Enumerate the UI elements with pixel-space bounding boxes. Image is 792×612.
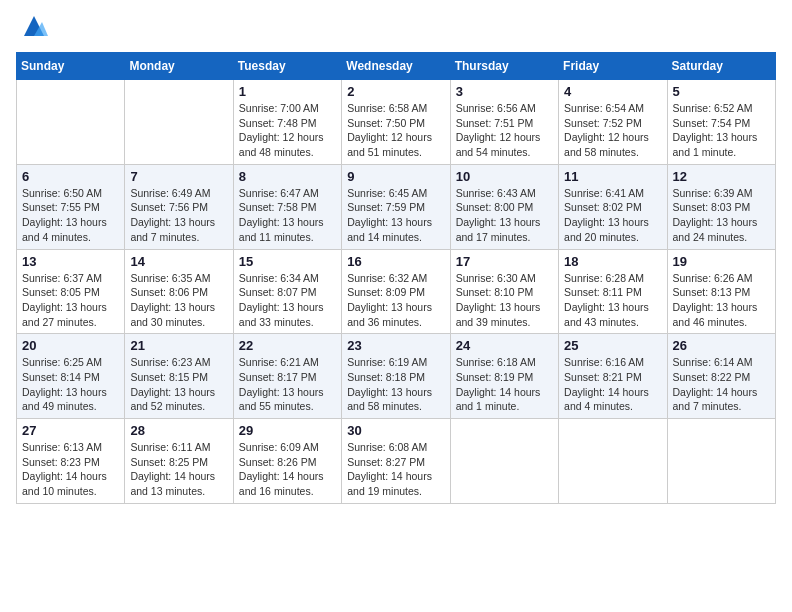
calendar-cell: 21Sunrise: 6:23 AM Sunset: 8:15 PM Dayli… bbox=[125, 334, 233, 419]
calendar-cell bbox=[17, 80, 125, 165]
day-info: Sunrise: 6:14 AM Sunset: 8:22 PM Dayligh… bbox=[673, 355, 770, 414]
day-number: 13 bbox=[22, 254, 119, 269]
calendar-week-2: 6Sunrise: 6:50 AM Sunset: 7:55 PM Daylig… bbox=[17, 164, 776, 249]
day-number: 8 bbox=[239, 169, 336, 184]
day-number: 21 bbox=[130, 338, 227, 353]
page-header bbox=[16, 16, 776, 40]
day-info: Sunrise: 6:08 AM Sunset: 8:27 PM Dayligh… bbox=[347, 440, 444, 499]
day-info: Sunrise: 6:58 AM Sunset: 7:50 PM Dayligh… bbox=[347, 101, 444, 160]
day-number: 1 bbox=[239, 84, 336, 99]
day-info: Sunrise: 6:25 AM Sunset: 8:14 PM Dayligh… bbox=[22, 355, 119, 414]
calendar-cell: 26Sunrise: 6:14 AM Sunset: 8:22 PM Dayli… bbox=[667, 334, 775, 419]
day-number: 14 bbox=[130, 254, 227, 269]
calendar-cell: 13Sunrise: 6:37 AM Sunset: 8:05 PM Dayli… bbox=[17, 249, 125, 334]
calendar-cell: 18Sunrise: 6:28 AM Sunset: 8:11 PM Dayli… bbox=[559, 249, 667, 334]
calendar-cell: 6Sunrise: 6:50 AM Sunset: 7:55 PM Daylig… bbox=[17, 164, 125, 249]
day-number: 26 bbox=[673, 338, 770, 353]
day-number: 5 bbox=[673, 84, 770, 99]
day-info: Sunrise: 6:32 AM Sunset: 8:09 PM Dayligh… bbox=[347, 271, 444, 330]
day-info: Sunrise: 6:39 AM Sunset: 8:03 PM Dayligh… bbox=[673, 186, 770, 245]
day-number: 4 bbox=[564, 84, 661, 99]
weekday-header-thursday: Thursday bbox=[450, 53, 558, 80]
calendar-week-3: 13Sunrise: 6:37 AM Sunset: 8:05 PM Dayli… bbox=[17, 249, 776, 334]
day-number: 9 bbox=[347, 169, 444, 184]
calendar-cell: 30Sunrise: 6:08 AM Sunset: 8:27 PM Dayli… bbox=[342, 419, 450, 504]
calendar-cell: 29Sunrise: 6:09 AM Sunset: 8:26 PM Dayli… bbox=[233, 419, 341, 504]
calendar-cell: 24Sunrise: 6:18 AM Sunset: 8:19 PM Dayli… bbox=[450, 334, 558, 419]
calendar-cell: 19Sunrise: 6:26 AM Sunset: 8:13 PM Dayli… bbox=[667, 249, 775, 334]
day-info: Sunrise: 6:21 AM Sunset: 8:17 PM Dayligh… bbox=[239, 355, 336, 414]
calendar-table: SundayMondayTuesdayWednesdayThursdayFrid… bbox=[16, 52, 776, 504]
calendar-cell: 5Sunrise: 6:52 AM Sunset: 7:54 PM Daylig… bbox=[667, 80, 775, 165]
calendar-cell bbox=[125, 80, 233, 165]
day-info: Sunrise: 6:28 AM Sunset: 8:11 PM Dayligh… bbox=[564, 271, 661, 330]
calendar-cell: 14Sunrise: 6:35 AM Sunset: 8:06 PM Dayli… bbox=[125, 249, 233, 334]
day-info: Sunrise: 6:23 AM Sunset: 8:15 PM Dayligh… bbox=[130, 355, 227, 414]
calendar-cell: 15Sunrise: 6:34 AM Sunset: 8:07 PM Dayli… bbox=[233, 249, 341, 334]
calendar-cell: 28Sunrise: 6:11 AM Sunset: 8:25 PM Dayli… bbox=[125, 419, 233, 504]
day-number: 29 bbox=[239, 423, 336, 438]
day-info: Sunrise: 6:43 AM Sunset: 8:00 PM Dayligh… bbox=[456, 186, 553, 245]
day-info: Sunrise: 6:56 AM Sunset: 7:51 PM Dayligh… bbox=[456, 101, 553, 160]
day-number: 19 bbox=[673, 254, 770, 269]
day-info: Sunrise: 6:35 AM Sunset: 8:06 PM Dayligh… bbox=[130, 271, 227, 330]
day-info: Sunrise: 6:50 AM Sunset: 7:55 PM Dayligh… bbox=[22, 186, 119, 245]
day-info: Sunrise: 6:09 AM Sunset: 8:26 PM Dayligh… bbox=[239, 440, 336, 499]
calendar-cell: 25Sunrise: 6:16 AM Sunset: 8:21 PM Dayli… bbox=[559, 334, 667, 419]
day-number: 30 bbox=[347, 423, 444, 438]
day-number: 22 bbox=[239, 338, 336, 353]
calendar-cell: 16Sunrise: 6:32 AM Sunset: 8:09 PM Dayli… bbox=[342, 249, 450, 334]
day-number: 20 bbox=[22, 338, 119, 353]
logo-icon bbox=[20, 12, 48, 40]
day-info: Sunrise: 6:11 AM Sunset: 8:25 PM Dayligh… bbox=[130, 440, 227, 499]
day-info: Sunrise: 7:00 AM Sunset: 7:48 PM Dayligh… bbox=[239, 101, 336, 160]
calendar-cell: 7Sunrise: 6:49 AM Sunset: 7:56 PM Daylig… bbox=[125, 164, 233, 249]
calendar-cell: 4Sunrise: 6:54 AM Sunset: 7:52 PM Daylig… bbox=[559, 80, 667, 165]
weekday-header-row: SundayMondayTuesdayWednesdayThursdayFrid… bbox=[17, 53, 776, 80]
calendar-cell bbox=[559, 419, 667, 504]
day-info: Sunrise: 6:18 AM Sunset: 8:19 PM Dayligh… bbox=[456, 355, 553, 414]
day-info: Sunrise: 6:19 AM Sunset: 8:18 PM Dayligh… bbox=[347, 355, 444, 414]
day-info: Sunrise: 6:16 AM Sunset: 8:21 PM Dayligh… bbox=[564, 355, 661, 414]
calendar-cell: 17Sunrise: 6:30 AM Sunset: 8:10 PM Dayli… bbox=[450, 249, 558, 334]
calendar-week-1: 1Sunrise: 7:00 AM Sunset: 7:48 PM Daylig… bbox=[17, 80, 776, 165]
day-number: 10 bbox=[456, 169, 553, 184]
calendar-week-5: 27Sunrise: 6:13 AM Sunset: 8:23 PM Dayli… bbox=[17, 419, 776, 504]
day-info: Sunrise: 6:34 AM Sunset: 8:07 PM Dayligh… bbox=[239, 271, 336, 330]
day-info: Sunrise: 6:26 AM Sunset: 8:13 PM Dayligh… bbox=[673, 271, 770, 330]
calendar-cell: 11Sunrise: 6:41 AM Sunset: 8:02 PM Dayli… bbox=[559, 164, 667, 249]
day-number: 27 bbox=[22, 423, 119, 438]
calendar-cell: 27Sunrise: 6:13 AM Sunset: 8:23 PM Dayli… bbox=[17, 419, 125, 504]
calendar-cell bbox=[450, 419, 558, 504]
day-number: 3 bbox=[456, 84, 553, 99]
calendar-cell bbox=[667, 419, 775, 504]
day-number: 6 bbox=[22, 169, 119, 184]
day-info: Sunrise: 6:49 AM Sunset: 7:56 PM Dayligh… bbox=[130, 186, 227, 245]
weekday-header-saturday: Saturday bbox=[667, 53, 775, 80]
day-info: Sunrise: 6:47 AM Sunset: 7:58 PM Dayligh… bbox=[239, 186, 336, 245]
day-number: 7 bbox=[130, 169, 227, 184]
calendar-cell: 2Sunrise: 6:58 AM Sunset: 7:50 PM Daylig… bbox=[342, 80, 450, 165]
day-info: Sunrise: 6:37 AM Sunset: 8:05 PM Dayligh… bbox=[22, 271, 119, 330]
calendar-cell: 22Sunrise: 6:21 AM Sunset: 8:17 PM Dayli… bbox=[233, 334, 341, 419]
calendar-cell: 8Sunrise: 6:47 AM Sunset: 7:58 PM Daylig… bbox=[233, 164, 341, 249]
calendar-cell: 20Sunrise: 6:25 AM Sunset: 8:14 PM Dayli… bbox=[17, 334, 125, 419]
day-number: 12 bbox=[673, 169, 770, 184]
day-number: 17 bbox=[456, 254, 553, 269]
day-info: Sunrise: 6:41 AM Sunset: 8:02 PM Dayligh… bbox=[564, 186, 661, 245]
day-info: Sunrise: 6:30 AM Sunset: 8:10 PM Dayligh… bbox=[456, 271, 553, 330]
day-info: Sunrise: 6:45 AM Sunset: 7:59 PM Dayligh… bbox=[347, 186, 444, 245]
day-number: 18 bbox=[564, 254, 661, 269]
day-number: 23 bbox=[347, 338, 444, 353]
calendar-cell: 12Sunrise: 6:39 AM Sunset: 8:03 PM Dayli… bbox=[667, 164, 775, 249]
weekday-header-sunday: Sunday bbox=[17, 53, 125, 80]
day-number: 25 bbox=[564, 338, 661, 353]
day-number: 24 bbox=[456, 338, 553, 353]
calendar-cell: 9Sunrise: 6:45 AM Sunset: 7:59 PM Daylig… bbox=[342, 164, 450, 249]
calendar-cell: 3Sunrise: 6:56 AM Sunset: 7:51 PM Daylig… bbox=[450, 80, 558, 165]
day-number: 15 bbox=[239, 254, 336, 269]
day-number: 28 bbox=[130, 423, 227, 438]
weekday-header-wednesday: Wednesday bbox=[342, 53, 450, 80]
day-info: Sunrise: 6:54 AM Sunset: 7:52 PM Dayligh… bbox=[564, 101, 661, 160]
weekday-header-tuesday: Tuesday bbox=[233, 53, 341, 80]
